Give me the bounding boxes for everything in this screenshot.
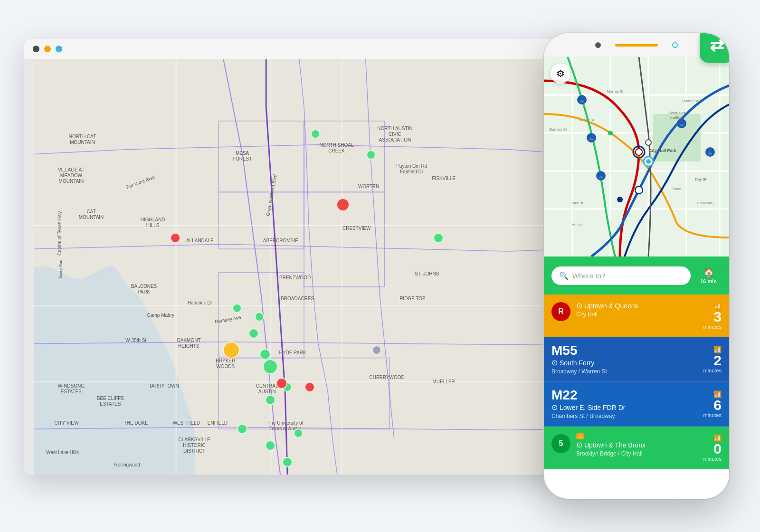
browser-maximize-button[interactable]	[56, 46, 62, 52]
map-dot-green-3	[433, 233, 444, 243]
app-logo: ⇄	[700, 33, 729, 63]
route-stop-5: Brooklyn Bridge / City Hall	[576, 450, 697, 457]
map-dot-yellow	[223, 342, 240, 359]
phone-device: ⇄ ⚙	[544, 33, 729, 499]
map-dot-green-14	[282, 457, 293, 467]
svg-point-21	[608, 131, 613, 135]
map-svg	[24, 59, 584, 475]
home-badge[interactable]: 🏠 16 min	[695, 263, 722, 288]
map-dot-red-3	[276, 378, 287, 389]
home-time: 16 min	[700, 278, 717, 284]
svg-text:Confucius: Confucius	[668, 111, 685, 115]
gear-icon: ⚙	[556, 68, 565, 79]
card-info-m55: M55 ⊙ South Ferry Broadway / Warren St	[551, 344, 697, 375]
card-time-m22: 📶 6 minutes	[703, 389, 722, 419]
route-stop-m55: Broadway / Warren St	[551, 368, 697, 375]
map-dot-red-1	[170, 233, 180, 243]
svg-text:Barclay St: Barclay St	[550, 127, 567, 132]
map-dot-green-12	[265, 440, 276, 451]
map-dot-green-2	[366, 150, 376, 160]
svg-point-20	[646, 140, 651, 145]
settings-button[interactable]: ⚙	[551, 64, 570, 84]
svg-point-34	[636, 149, 642, 155]
direction-text-m55: South Ferry	[560, 359, 594, 367]
svg-text:Quane St?: Quane St?	[682, 99, 701, 103]
route-stop-r: City Hall	[576, 311, 697, 318]
route-direction-m22: ⊙ Lower E. Side FDR Dr	[551, 403, 697, 412]
direction-text-5: Uptown & The Bronx	[584, 441, 646, 449]
browser-map: NORTH CATMOUNTAIN VILLAGE ATMEADOWMOUNTA…	[24, 59, 584, 475]
time-label-m55: minutes	[703, 368, 722, 373]
browser-close-button[interactable]	[33, 46, 39, 52]
warning-badge: ⚠	[576, 433, 584, 439]
route-direction-5: ⊙ Uptown & The Bronx	[576, 440, 697, 449]
svg-text:City Hall Park: City Hall Park	[649, 148, 677, 153]
phone-camera	[595, 42, 601, 48]
svg-text:🚲: 🚲	[589, 136, 594, 141]
card-info-r: ⊙ Uptown & Queens City Hall	[576, 301, 697, 330]
transit-card-m22[interactable]: M22 ⊙ Lower E. Side FDR Dr Chambers St /…	[544, 382, 729, 427]
phone-pill	[615, 44, 658, 47]
map-dot-green-1	[311, 129, 320, 139]
phone-wrapper: ⇄ ⚙	[537, 24, 736, 508]
card-time-5: 📶 0 minutes	[703, 433, 722, 462]
map-dot-gray	[372, 345, 381, 355]
card-time-r: 📶 3 minutes	[703, 301, 722, 330]
card-info-m22: M22 ⊙ Lower E. Side FDR Dr Chambers St /…	[551, 389, 697, 419]
time-label-5: minutes	[703, 456, 722, 462]
route-badge-5: 5	[551, 434, 570, 453]
search-bar: 🔍 Where to? 🏠 16 min	[544, 256, 729, 294]
map-dot-green-5	[255, 312, 264, 322]
app-logo-icon: ⇄	[710, 36, 724, 56]
time-label-m22: minutes	[703, 412, 722, 418]
map-dot-green-8	[263, 359, 278, 374]
phone-dot	[672, 42, 678, 48]
svg-text:John st: John st	[571, 201, 584, 205]
search-placeholder: Where to?	[572, 272, 605, 280]
time-number-m22: 6	[713, 398, 722, 412]
search-icon: 🔍	[559, 271, 569, 280]
svg-text:🚲: 🚲	[580, 98, 584, 103]
direction-arrow-m55: ⊙	[551, 358, 558, 367]
svg-point-36	[646, 159, 651, 164]
route-stop-m22: Chambers St / Broadway	[551, 413, 697, 419]
time-label-r: minutes	[703, 324, 722, 330]
transit-card-5[interactable]: 5 ⚠ ⊙ Uptown & The Bronx Brooklyn Bridge…	[544, 427, 729, 469]
card-info-5: ⚠ ⊙ Uptown & The Bronx Brooklyn Bridge /…	[576, 433, 697, 462]
svg-text:🚲: 🚲	[598, 174, 603, 179]
route-badge-r: R	[551, 302, 570, 321]
svg-point-19	[617, 197, 623, 202]
svg-text:Day St: Day St	[695, 177, 707, 181]
browser-window: NORTH CATMOUNTAIN VILLAGE ATMEADOWMOUNTA…	[24, 38, 584, 475]
direction-arrow-r: ⊙	[576, 301, 582, 310]
transit-card-r[interactable]: R ⊙ Uptown & Queens City Hall 📶 3 minute…	[544, 294, 729, 337]
svg-text:Institute: Institute	[670, 115, 684, 120]
search-input-area[interactable]: 🔍 Where to?	[551, 266, 691, 285]
home-icon: 🏠	[703, 267, 714, 277]
phone-map-svg: 🚲 🚲 🚲 🚲 🚲	[544, 57, 729, 256]
direction-arrow-5: ⊙	[576, 440, 582, 449]
map-dot-green-11	[237, 424, 247, 434]
direction-text-r: Uptown & Queens	[584, 302, 638, 310]
scene: NORTH CATMOUNTAIN VILLAGE ATMEADOWMOUNTA…	[24, 24, 736, 508]
route-name-m55: M55	[551, 344, 697, 357]
svg-text:🚲: 🚲	[708, 150, 712, 155]
direction-text-m22: Lower E. Side FDR Dr	[560, 404, 625, 411]
route-name-m22: M22	[551, 389, 697, 402]
map-dot-green-4	[232, 304, 242, 313]
browser-titlebar	[24, 38, 584, 59]
phone-content: ⚙	[544, 57, 729, 499]
time-number-m55: 2	[713, 353, 722, 368]
route-direction-m55: ⊙ South Ferry	[551, 358, 697, 367]
time-number-5: 0	[713, 442, 722, 456]
map-dot-green-10	[265, 395, 276, 405]
svg-text:Frankfurt-: Frankfurt-	[697, 201, 714, 205]
map-dot-green-7	[259, 349, 271, 360]
phone-map: ⚙	[544, 57, 729, 256]
svg-text:🚲: 🚲	[679, 122, 684, 126]
transit-card-m55[interactable]: M55 ⊙ South Ferry Broadway / Warren St 📶…	[544, 337, 729, 382]
browser-minimize-button[interactable]	[44, 46, 51, 52]
svg-point-18	[635, 186, 643, 194]
svg-text:Murray St: Murray St	[607, 89, 624, 94]
map-dot-green-6	[248, 328, 259, 339]
